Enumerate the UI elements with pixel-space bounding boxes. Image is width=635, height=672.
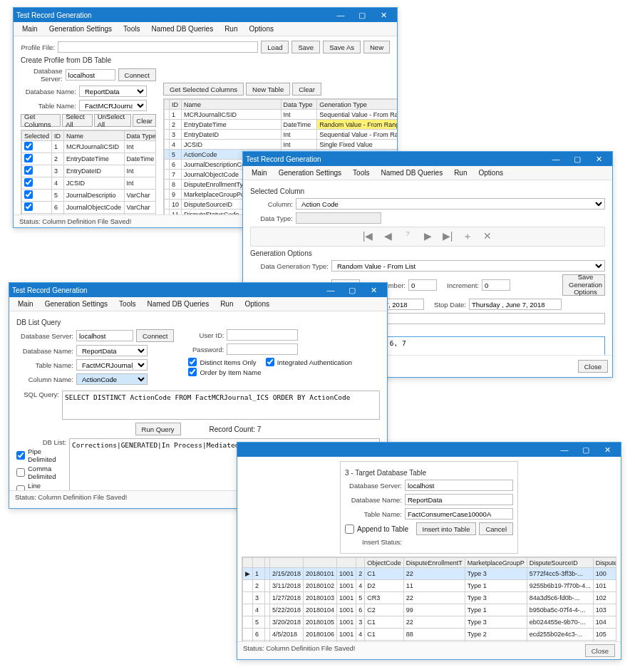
minimize-icon[interactable]: — <box>554 445 575 454</box>
menu-item-options[interactable]: Options <box>241 299 274 309</box>
table-row[interactable]: 7DisputeEnrollmentVarChar <box>22 214 157 215</box>
table-row[interactable]: 73/30/20182018010710014CR3233Type 17f1fe… <box>243 641 617 642</box>
line-checkbox[interactable] <box>16 485 25 490</box>
saveas-button[interactable]: Save As <box>323 41 361 53</box>
unselect-all-button[interactable]: UnSelect All <box>94 114 132 127</box>
table-row[interactable]: 2EntryDateTimeDateTimeRandom Value - Fro… <box>165 120 398 130</box>
table-row[interactable]: ▶12/15/20182018010110012C122Type 35772f4… <box>243 568 617 580</box>
table-row[interactable]: 3EntryDateIDIntSequential Value - From R… <box>165 130 398 140</box>
menu-item-run[interactable]: Run <box>220 24 242 34</box>
table-name-input[interactable] <box>405 508 513 519</box>
table-row[interactable]: 4JCSIDInt <box>22 177 157 190</box>
menu-item-main[interactable]: Main <box>18 24 42 34</box>
menu-item-generation-settings[interactable]: Generation Settings <box>274 167 346 178</box>
incr-input[interactable] <box>482 279 510 291</box>
menu-item-run[interactable]: Run <box>450 167 471 178</box>
table-row[interactable]: 5JournalDescriptioVarChar <box>22 190 157 202</box>
new-button[interactable]: New <box>363 41 390 53</box>
menu-item-main[interactable]: Main <box>247 167 272 178</box>
menu-item-named-db-queries[interactable]: Named DB Queries <box>143 299 213 309</box>
table-row[interactable]: 1MCRJournalICSIDInt <box>22 141 157 153</box>
maximize-icon[interactable]: ▢ <box>341 286 363 295</box>
row-select-checkbox[interactable] <box>24 154 33 162</box>
row-select-checkbox[interactable] <box>24 202 33 211</box>
menu-item-tools[interactable]: Tools <box>119 24 144 34</box>
table-name-select[interactable]: FactMCRJournal_ICS <box>76 359 148 371</box>
profile-file-input[interactable] <box>58 41 258 53</box>
comma-checkbox[interactable] <box>16 468 25 477</box>
data-grid[interactable]: ObjectCodeDisputeEnrollmentTMarketplaceG… <box>242 557 616 641</box>
table-row[interactable]: 64/5/20182018010610014C188Type 2ecd255b0… <box>243 629 617 641</box>
append-checkbox[interactable] <box>345 524 354 534</box>
table-row[interactable]: 45/22/20182018010410016C299Type 1b950ba5… <box>243 604 617 616</box>
column-name-select[interactable]: ActionCode <box>76 373 148 385</box>
close-icon[interactable]: ✕ <box>588 155 609 164</box>
new-table-button[interactable]: New Table <box>246 83 290 95</box>
menu-item-run[interactable]: Run <box>216 299 237 309</box>
minimize-icon[interactable]: — <box>545 155 567 163</box>
delete-icon[interactable]: ✕ <box>480 230 495 243</box>
get-selected-button[interactable]: Get Selected Columns <box>163 83 244 95</box>
db-name-select[interactable]: ReportData <box>79 86 147 97</box>
minimize-icon[interactable]: — <box>320 286 341 294</box>
table-row[interactable]: 3EntryDateIDInt <box>22 165 157 177</box>
table-row[interactable]: 23/11/20182018010210014D211Type 19255b6b… <box>243 580 617 592</box>
first-icon[interactable]: |◀ <box>361 230 375 243</box>
userid-input[interactable] <box>227 329 298 341</box>
sql-query-textarea[interactable]: SELECT DISTINCT ActionCode FROM FactMCRJ… <box>62 391 380 420</box>
run-query-button[interactable]: Run Query <box>135 423 181 435</box>
maximize-icon[interactable]: ▢ <box>351 11 373 20</box>
last-icon[interactable]: ▶| <box>440 230 455 243</box>
pipe-checkbox[interactable] <box>16 451 25 460</box>
save-gen-button[interactable]: Save Generation Options <box>562 274 605 296</box>
close-icon[interactable]: ✕ <box>373 11 394 20</box>
clear-button[interactable]: Clear <box>133 114 156 127</box>
minimize-icon[interactable]: — <box>330 11 351 19</box>
stop-date-input[interactable] <box>469 299 562 310</box>
maximize-icon[interactable]: ▢ <box>575 445 597 455</box>
table-row[interactable]: 53/20/20182018010510013C122Type 3eb02445… <box>243 616 617 629</box>
row-select-checkbox[interactable] <box>24 166 33 175</box>
close-icon[interactable]: ✕ <box>597 445 618 455</box>
cancel-button[interactable]: Cancel <box>479 522 513 535</box>
add-icon[interactable]: ＋ <box>460 230 475 243</box>
distinct-checkbox[interactable] <box>188 358 197 366</box>
row-select-checkbox[interactable] <box>24 178 33 187</box>
load-button[interactable]: Load <box>261 41 289 53</box>
next-icon[interactable]: ▶ <box>420 230 435 243</box>
menu-item-tools[interactable]: Tools <box>115 299 140 309</box>
table-row[interactable]: 4JCSIDIntSingle Fixed Value1001 <box>165 140 398 150</box>
menu-item-main[interactable]: Main <box>14 299 38 309</box>
clear-right-button[interactable]: Clear <box>292 83 321 95</box>
db-server-input[interactable] <box>66 69 115 81</box>
connect-button[interactable]: Connect <box>136 329 174 342</box>
connect-button[interactable]: Connect <box>118 68 156 81</box>
table-row[interactable]: 6JournalObjectCodeVarChar <box>22 202 157 214</box>
prev-icon[interactable]: ◀ <box>381 230 395 243</box>
column-select[interactable]: Action Code <box>296 198 605 210</box>
table-row[interactable]: 2EntryDateTimeDateTime <box>22 153 157 165</box>
table-row[interactable]: 31/27/20182018010310015CR322Type 384a3d5… <box>243 592 617 604</box>
close-button[interactable]: Close <box>578 360 608 373</box>
table-row[interactable]: 1MCRJournalICSIDIntSequential Value - Fr… <box>165 110 398 120</box>
orderby-checkbox[interactable] <box>188 368 197 376</box>
db-name-input[interactable] <box>405 494 513 505</box>
menu-item-options[interactable]: Options <box>475 167 507 178</box>
row-select-checkbox[interactable] <box>24 190 33 199</box>
skip-num-input[interactable] <box>408 279 437 291</box>
save-button[interactable]: Save <box>291 41 320 53</box>
left-columns-grid[interactable]: SelectedIDNameData Type1MCRJournalICSIDI… <box>21 130 156 214</box>
menu-item-tools[interactable]: Tools <box>349 167 373 178</box>
select-all-button[interactable]: Select All <box>62 114 93 127</box>
intauth-checkbox[interactable] <box>266 358 274 366</box>
menu-item-named-db-queries[interactable]: Named DB Queries <box>147 24 217 34</box>
password-input[interactable] <box>227 343 298 355</box>
insert-button[interactable]: Insert into Table <box>416 522 477 535</box>
table-name-select[interactable]: FactMCRJournal_ICS <box>79 100 147 111</box>
gen-type-select[interactable]: Random Value - From List <box>331 260 605 272</box>
db-server-input[interactable] <box>76 330 133 341</box>
close-icon[interactable]: ✕ <box>363 286 384 295</box>
menu-item-generation-settings[interactable]: Generation Settings <box>45 24 116 34</box>
row-select-checkbox[interactable] <box>24 142 33 150</box>
menu-item-generation-settings[interactable]: Generation Settings <box>41 299 112 309</box>
